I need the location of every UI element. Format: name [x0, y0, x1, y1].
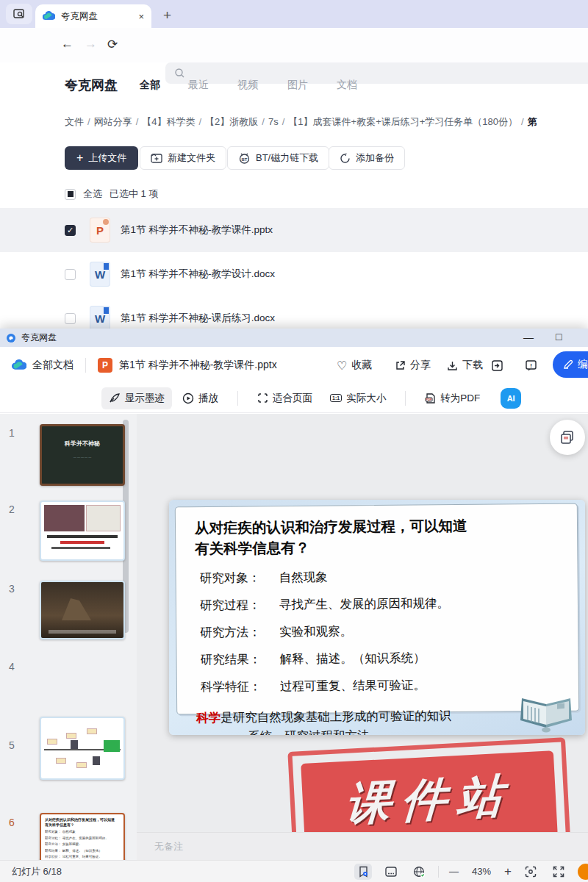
translate-globe-icon[interactable] — [410, 864, 428, 880]
current-slide[interactable]: 从对疟疾的认识和治疗发展过程，可以知道有关科学信息有？ 研究对象：自然现象 研究… — [169, 500, 585, 735]
fit-page-icon — [257, 392, 268, 404]
row-checkbox[interactable] — [65, 313, 76, 324]
pptx-badge-icon: P — [98, 358, 112, 373]
save-to-drive-icon[interactable] — [491, 359, 503, 372]
new-tab-icon[interactable]: + — [163, 7, 171, 24]
slide-row: 研究对象：自然现象 — [196, 567, 564, 586]
add-backup-button[interactable]: 添加备份 — [329, 146, 405, 170]
all-docs-button[interactable]: 全部文档 — [32, 359, 74, 372]
slide-row: 科学特征：过程可重复、结果可验证。 — [196, 675, 565, 695]
convert-pdf-button[interactable]: PDF 转为PDF — [417, 387, 487, 409]
breadcrumb-item[interactable]: 【2】浙教版 — [205, 116, 258, 127]
edit-button[interactable]: 编辑 — [553, 351, 588, 378]
page-title: 夸克网盘 — [65, 76, 118, 94]
favorite-button[interactable]: ♡ 收藏 — [337, 359, 372, 373]
breadcrumb-item[interactable]: 文件 — [65, 116, 84, 127]
breadcrumb-item[interactable]: 网站分享 — [94, 116, 132, 127]
bt-download-button[interactable]: BT BT/磁力链下载 — [227, 146, 329, 170]
plus-icon: + — [76, 151, 83, 165]
zoom-in-icon[interactable]: + — [504, 864, 512, 879]
ppt-file-icon: P — [90, 218, 110, 243]
fit-page-button[interactable]: 适合页面 — [250, 387, 320, 409]
play-icon — [182, 392, 194, 404]
tab-video[interactable]: 视频 — [237, 79, 258, 92]
compare-float-button[interactable] — [550, 420, 585, 455]
table-row[interactable]: ✓ P 第1节 科学并不神秘-教学课件.pptx — [0, 208, 588, 252]
zoom-out-icon[interactable]: — — [449, 866, 459, 877]
thumb-number: 4 — [9, 661, 15, 673]
forward-icon[interactable]: → — [85, 37, 97, 51]
app-indicator-icon[interactable] — [578, 864, 588, 880]
breadcrumb-item[interactable]: 【1】成套课件+教案+课后练习+学习任务单（180份） — [288, 116, 517, 127]
sync-circle-icon — [340, 153, 351, 164]
browser-tab[interactable]: 夸克网盘 × — [35, 4, 151, 28]
tab-all[interactable]: 全部 — [140, 79, 160, 92]
divider — [405, 391, 406, 406]
word-file-icon: W — [90, 262, 110, 287]
breadcrumb-current: 第 — [528, 116, 537, 127]
row-checkbox[interactable] — [65, 269, 76, 280]
share-button[interactable]: 分享 — [395, 359, 431, 372]
tab-image[interactable]: 图片 — [287, 79, 308, 92]
divider — [85, 358, 86, 373]
green-box — [104, 740, 120, 752]
browser-navbar: ← → ⟳ — [0, 28, 588, 62]
svg-text:!: ! — [530, 362, 532, 368]
slide-thumbnail-1[interactable]: 科学并不神秘 — — — — — — [40, 424, 125, 486]
slide-row: 研究结果：解释、描述。（知识系统） — [196, 648, 564, 667]
download-button[interactable]: 下载 — [447, 359, 483, 372]
file-name[interactable]: 第1节 科学并不神秘-教学设计.docx — [121, 268, 275, 281]
notes-panel[interactable]: 无备注 — [137, 832, 588, 860]
slide-thumbnail-4[interactable] — [40, 717, 125, 780]
browser-tab-strip: 夸克网盘 × + — [0, 0, 588, 28]
search-input[interactable] — [165, 62, 588, 84]
row-checkbox-checked[interactable]: ✓ — [65, 225, 76, 236]
file-name[interactable]: 第1节 科学并不神秘-课后练习.docx — [121, 312, 275, 325]
folder-plus-icon — [151, 153, 162, 163]
ai-assistant-button[interactable]: AI — [501, 388, 521, 409]
status-bar: 幻灯片 6/18 — 43% + — [0, 860, 588, 882]
breadcrumb-item[interactable]: 7s — [268, 116, 279, 127]
breadcrumb-item[interactable]: 【4】科学类 — [142, 116, 195, 127]
fullscreen-icon[interactable] — [550, 864, 567, 880]
upload-button[interactable]: + 上传文件 — [65, 146, 138, 170]
select-all-label[interactable]: 全选 — [83, 187, 102, 201]
layered-pages-icon — [560, 430, 575, 445]
bt-magnet-icon: BT — [238, 152, 251, 164]
viewer-tools: 显示墨迹 播放 适合页面 1:1 实际大小 — [0, 384, 588, 413]
file-name[interactable]: 第1节 科学并不神秘-教学课件.pptx — [121, 223, 273, 237]
slide-row: 研究过程：寻找产生、发展的原因和规律。 — [196, 594, 564, 613]
actual-size-button[interactable]: 1:1 实际大小 — [323, 387, 393, 409]
tab-close-icon[interactable]: × — [138, 11, 144, 22]
quark-logo-icon — [12, 359, 26, 371]
maximize-icon[interactable]: □ — [556, 331, 562, 343]
pdf-icon: PDF — [425, 392, 436, 404]
window-title: 夸克网盘 — [21, 331, 57, 344]
thumb-number-current: 6 — [9, 817, 15, 828]
tab-search-button[interactable] — [6, 4, 32, 24]
thumb-number: 1 — [9, 427, 15, 439]
show-ink-button[interactable]: 显示墨迹 — [101, 387, 172, 409]
slide-thumbnail-2[interactable] — [40, 501, 125, 561]
table-row[interactable]: W 第1节 科学并不神秘-教学设计.docx — [0, 252, 588, 296]
viewer-toolbar: 全部文档 P 第1节 科学并不神秘-教学课件.pptx ♡ 收藏 分享 下载 — [0, 347, 588, 384]
slide-paper: 从对疟疾的认识和治疗发展过程，可以知道有关科学信息有？ 研究对象：自然现象 研究… — [175, 503, 579, 715]
back-icon[interactable]: ← — [61, 37, 74, 51]
notes-toggle-icon[interactable] — [382, 864, 400, 880]
pencil-icon — [563, 359, 573, 370]
slide-thumbnail-3[interactable] — [40, 581, 125, 639]
thumb-number: 3 — [9, 583, 15, 595]
selection-bar: 全选 已选中 1 项 — [65, 187, 158, 201]
tab-recent[interactable]: 最近 — [188, 79, 209, 92]
zoom-level: 43% — [469, 866, 494, 877]
reload-icon[interactable]: ⟳ — [107, 37, 118, 52]
svg-text:BT: BT — [242, 157, 248, 162]
select-all-checkbox[interactable] — [65, 189, 76, 200]
play-button[interactable]: 播放 — [175, 387, 226, 409]
annotation-toggle-icon[interactable] — [354, 864, 372, 880]
tab-doc[interactable]: 文档 — [337, 79, 357, 92]
feedback-icon[interactable]: ! — [525, 359, 537, 372]
focus-mode-icon[interactable] — [522, 864, 539, 880]
minimize-icon[interactable]: — — [523, 331, 534, 343]
new-folder-button[interactable]: 新建文件夹 — [140, 146, 226, 170]
